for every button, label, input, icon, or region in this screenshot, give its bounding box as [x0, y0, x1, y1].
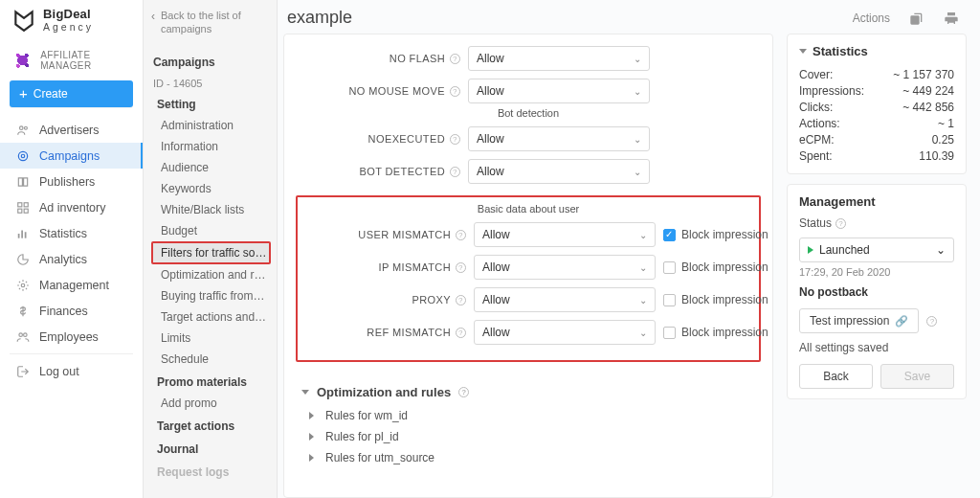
setting-item[interactable]: Limits — [151, 328, 271, 349]
select-noexecuted[interactable]: Allow⌄ — [468, 126, 650, 151]
info-icon[interactable] — [456, 328, 466, 338]
block-impression-user-mismatch[interactable]: Block impression — [663, 228, 772, 241]
nav-employees[interactable]: Employees — [0, 324, 143, 350]
stat-value: ~ 449 224 — [902, 84, 954, 98]
rule-item[interactable]: Rules for pl_id — [296, 426, 761, 447]
test-impression-button[interactable]: Test impression — [799, 308, 919, 333]
logo-icon — [11, 8, 36, 33]
select-no-mouse-move[interactable]: Allow⌄ — [468, 79, 650, 103]
stats-rows: Cover:~ 1 157 370Impressions:~ 449 224Cl… — [799, 66, 954, 164]
select-user-mismatch[interactable]: Allow⌄ — [474, 222, 656, 247]
info-icon[interactable] — [456, 230, 466, 240]
save-button[interactable]: Save — [880, 364, 954, 389]
setting-item[interactable]: Administration — [151, 115, 271, 136]
rule-label: Rules for wm_id — [325, 409, 408, 422]
block-label: Block impression — [681, 260, 768, 274]
nav-advertisers[interactable]: Advertisers — [0, 117, 143, 143]
checkbox-icon — [663, 229, 676, 241]
setting-item[interactable]: Keywords — [151, 178, 271, 199]
setting-item[interactable]: Optimization and rules — [151, 264, 271, 285]
brand-line2: Agency — [43, 22, 94, 33]
select-bot-detected[interactable]: Allow⌄ — [468, 159, 650, 184]
nav-campaigns[interactable]: Campaigns — [0, 143, 143, 169]
svg-rect-8 — [17, 234, 19, 238]
nav-label: Publishers — [39, 175, 95, 189]
row-user-mismatch: USER MISMATCH Allow⌄ Block impression — [301, 218, 755, 251]
info-icon[interactable] — [458, 387, 469, 397]
stat-value: ~ 1 157 370 — [893, 68, 954, 81]
optimization-rules-header[interactable]: Optimization and rules — [296, 375, 761, 405]
setting-item[interactable]: Budget — [151, 220, 271, 241]
user-block[interactable]: AFFILIATE MANAGER — [0, 42, 143, 80]
row-ref-mismatch: REF MISMATCH Allow⌄ Block impression — [301, 316, 755, 349]
setting-item[interactable]: Buying traffic from S... — [151, 285, 271, 306]
caret-down-icon[interactable] — [799, 49, 807, 54]
test-impression-label: Test impression — [810, 314, 889, 328]
block-impression-proxy[interactable]: Block impression — [663, 293, 772, 306]
select-proxy[interactable]: Allow⌄ — [474, 287, 656, 312]
caret-right-icon — [309, 454, 318, 462]
nav-adinventory[interactable]: Ad inventory — [0, 194, 143, 220]
svg-point-2 — [18, 151, 27, 160]
nav-finances[interactable]: Finances — [0, 298, 143, 324]
subnav-request-logs-heading[interactable]: Request logs — [151, 460, 271, 483]
info-icon[interactable] — [450, 86, 460, 97]
select-value: Allow — [482, 326, 510, 339]
info-icon[interactable] — [456, 295, 466, 306]
play-icon — [808, 246, 813, 254]
copy-icon[interactable] — [909, 11, 924, 26]
nav-publishers[interactable]: Publishers — [0, 169, 143, 194]
nav-analytics[interactable]: Analytics — [0, 246, 143, 272]
block-label: Block impression — [681, 293, 768, 306]
add-promo-link[interactable]: Add promo — [151, 393, 271, 414]
info-icon[interactable] — [450, 134, 460, 145]
stat-row: Clicks:~ 442 856 — [799, 99, 954, 115]
select-ref-mismatch[interactable]: Allow⌄ — [474, 320, 656, 345]
back-button[interactable]: Back — [799, 364, 873, 389]
checkbox-icon — [663, 294, 676, 306]
info-icon[interactable] — [456, 262, 466, 273]
block-impression-ip-mismatch[interactable]: Block impression — [663, 260, 772, 274]
subnav-journal-heading[interactable]: Journal — [151, 437, 271, 460]
actions-link[interactable]: Actions — [853, 11, 890, 25]
select-no-flash[interactable]: Allow⌄ — [468, 46, 650, 71]
setting-item[interactable]: Audience — [151, 157, 271, 178]
rule-label: Rules for pl_id — [325, 430, 399, 443]
setting-item[interactable]: Information — [151, 136, 271, 157]
chevron-down-icon: ⌄ — [639, 328, 647, 338]
svg-rect-9 — [21, 230, 23, 238]
checkbox-icon — [663, 327, 676, 339]
select-value: Allow — [482, 293, 510, 306]
info-icon[interactable] — [450, 167, 460, 177]
setting-list: AdministrationInformationAudienceKeyword… — [151, 115, 271, 370]
status-select[interactable]: Launched ⌄ — [799, 238, 954, 262]
subnav-target-actions-heading[interactable]: Target actions — [151, 414, 271, 437]
chevron-down-icon: ⌄ — [634, 54, 641, 64]
nav-statistics[interactable]: Statistics — [0, 220, 143, 246]
info-icon[interactable] — [926, 316, 937, 327]
row-ip-mismatch: IP MISMATCH Allow⌄ Block impression — [301, 251, 755, 283]
nav-logout[interactable]: Log out — [0, 358, 143, 384]
select-ip-mismatch[interactable]: Allow⌄ — [474, 255, 656, 280]
setting-item[interactable]: White/Black lists — [151, 199, 271, 220]
nav-management[interactable]: Management — [0, 272, 143, 298]
rule-item[interactable]: Rules for wm_id — [296, 405, 761, 426]
section-basic-data: Basic data about user — [301, 203, 755, 218]
section-bot-detection: Bot detection — [296, 107, 761, 123]
print-icon[interactable] — [944, 11, 959, 26]
info-icon[interactable] — [450, 54, 460, 64]
svg-point-1 — [24, 126, 27, 129]
chevron-down-icon: ⌄ — [634, 86, 641, 97]
setting-item[interactable]: Schedule — [151, 349, 271, 370]
info-icon[interactable] — [835, 218, 846, 229]
link-icon — [895, 314, 908, 328]
pie-icon — [15, 252, 30, 266]
setting-item[interactable]: Target actions and re... — [151, 306, 271, 328]
rule-item[interactable]: Rules for utm_source — [296, 447, 761, 468]
block-impression-ref-mismatch[interactable]: Block impression — [663, 326, 772, 339]
back-to-campaigns[interactable]: ‹ Back to the list of campaigns — [151, 6, 271, 50]
create-button[interactable]: + Create — [10, 80, 133, 107]
stat-row: Actions:~ 1 — [799, 115, 954, 131]
setting-item[interactable]: Filters for traffic sour... — [151, 241, 271, 264]
no-postback-label: No postback — [799, 285, 954, 305]
